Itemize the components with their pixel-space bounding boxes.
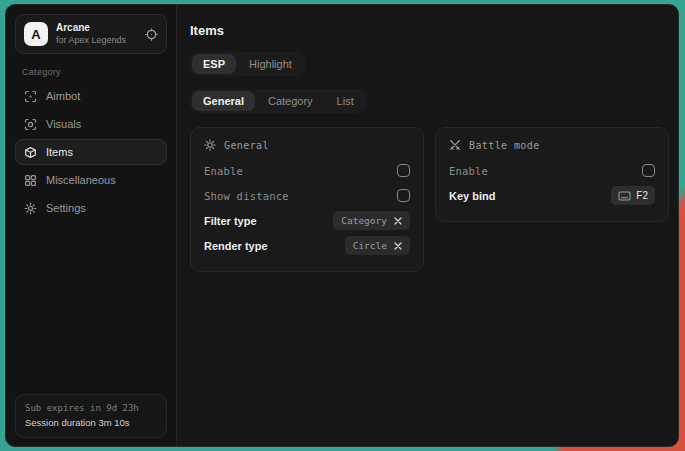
sidebar-item-settings[interactable]: Settings	[15, 195, 167, 221]
session-duration-text: Session duration 3m 10s	[25, 416, 157, 430]
key-bind-value: F2	[636, 190, 648, 201]
filter-type-value: Category	[341, 215, 387, 226]
sidebar-item-label: Miscellaneous	[46, 174, 116, 186]
battle-enable-row: Enable	[449, 158, 655, 183]
mode-tabs: ESP Highlight	[190, 52, 305, 76]
sub-expires-text: Sub expires in 9d 23h	[25, 402, 157, 416]
key-bind-row: Key bind F2	[449, 183, 655, 208]
view-tabs: General Category List	[190, 89, 367, 113]
key-bind-badge[interactable]: F2	[611, 186, 655, 205]
swords-icon	[449, 139, 461, 151]
panels-row: General Enable Show distance Filter type…	[190, 127, 669, 272]
app-name: Arcane	[56, 22, 137, 35]
category-section-label: Category	[22, 67, 167, 77]
render-type-row: Render type Circle	[204, 233, 410, 258]
sidebar-item-visuals[interactable]: Visuals	[15, 111, 167, 137]
sun-icon	[204, 139, 216, 151]
render-type-chip[interactable]: Circle	[345, 236, 410, 255]
sidebar-item-items[interactable]: Items	[15, 139, 167, 165]
gear-icon	[24, 202, 37, 215]
keyboard-icon	[618, 191, 631, 201]
sidebar-item-miscellaneous[interactable]: Miscellaneous	[15, 167, 167, 193]
battle-enable-checkbox[interactable]	[642, 164, 655, 177]
crosshair-icon	[24, 90, 37, 103]
enable-row: Enable	[204, 158, 410, 183]
general-panel: General Enable Show distance Filter type…	[190, 127, 424, 272]
battle-mode-panel-title: Battle mode	[469, 140, 540, 151]
filter-type-chip[interactable]: Category	[333, 211, 410, 230]
package-icon	[24, 146, 37, 159]
tab-category[interactable]: Category	[257, 91, 324, 111]
desktop-background: { "colors": { "desktop_teal": "#35a492",…	[0, 0, 685, 451]
show-distance-label: Show distance	[204, 190, 289, 202]
tab-list[interactable]: List	[326, 91, 365, 111]
app-subtitle: for Apex Legends	[56, 35, 137, 46]
subscription-card: Sub expires in 9d 23h Session duration 3…	[15, 394, 167, 438]
main-content: Items ESP Highlight General Category Lis…	[177, 5, 679, 446]
enable-checkbox[interactable]	[397, 164, 410, 177]
render-type-value: Circle	[353, 240, 387, 251]
general-panel-title: General	[224, 140, 269, 151]
target-icon[interactable]	[145, 28, 158, 41]
tab-esp[interactable]: ESP	[192, 54, 236, 74]
render-type-label: Render type	[204, 240, 268, 252]
app-header-card: A Arcane for Apex Legends	[15, 14, 167, 54]
sidebar-item-label: Items	[46, 146, 73, 158]
filter-type-row: Filter type Category	[204, 208, 410, 233]
tab-highlight[interactable]: Highlight	[238, 54, 303, 74]
sidebar-item-label: Aimbot	[46, 90, 80, 102]
close-icon[interactable]	[394, 242, 402, 250]
app-logo: A	[24, 22, 48, 46]
battle-mode-panel-header: Battle mode	[449, 139, 655, 151]
page-title: Items	[190, 23, 669, 38]
sidebar-item-label: Visuals	[46, 118, 81, 130]
enable-label: Enable	[204, 165, 243, 177]
sidebar: A Arcane for Apex Legends Category	[6, 5, 177, 446]
app-window: A Arcane for Apex Legends Category	[5, 4, 679, 447]
key-bind-label: Key bind	[449, 190, 495, 202]
battle-enable-label: Enable	[449, 165, 488, 177]
sidebar-spacer	[15, 221, 167, 394]
filter-type-label: Filter type	[204, 215, 257, 227]
close-icon[interactable]	[394, 217, 402, 225]
sidebar-item-aimbot[interactable]: Aimbot	[15, 83, 167, 109]
show-distance-row: Show distance	[204, 183, 410, 208]
eye-icon	[24, 118, 37, 131]
general-panel-header: General	[204, 139, 410, 151]
show-distance-checkbox[interactable]	[397, 189, 410, 202]
sidebar-item-label: Settings	[46, 202, 86, 214]
tab-general[interactable]: General	[192, 91, 255, 111]
battle-mode-panel: Battle mode Enable Key bind	[435, 127, 669, 222]
sidebar-nav: Aimbot Visuals	[15, 83, 167, 221]
grid-icon	[24, 174, 37, 187]
app-titles: Arcane for Apex Legends	[56, 22, 137, 46]
